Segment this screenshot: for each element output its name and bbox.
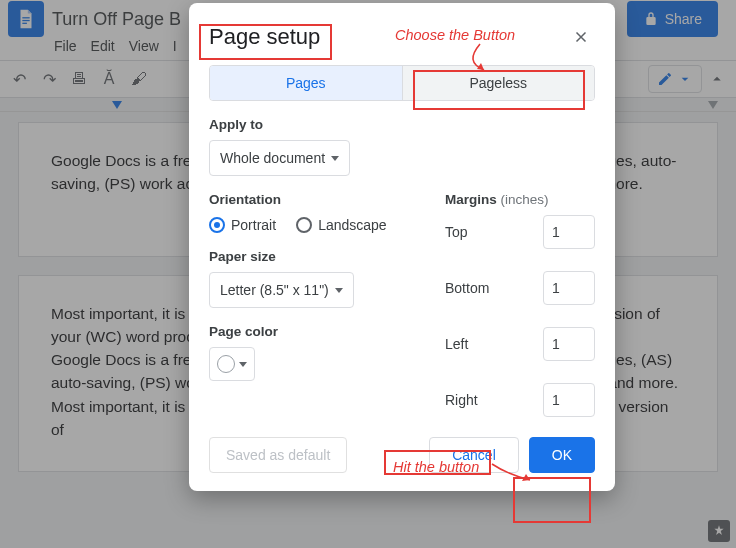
margins-label: Margins (inches) [445,192,595,207]
tab-pageless[interactable]: Pageless [402,66,595,100]
margin-top-label: Top [445,224,468,240]
ok-button[interactable]: OK [529,437,595,473]
apply-to-dropdown[interactable]: Whole document [209,140,350,176]
page-color-label: Page color [209,324,417,339]
margin-top-input[interactable] [543,215,595,249]
margin-right-input[interactable] [543,383,595,417]
caret-down-icon [335,288,343,293]
radio-portrait[interactable]: Portrait [209,217,276,233]
saved-as-default-button: Saved as default [209,437,347,473]
caret-down-icon [331,156,339,161]
tab-pages[interactable]: Pages [210,66,402,100]
margin-bottom-label: Bottom [445,280,489,296]
caret-down-icon [239,362,247,367]
tab-bar: Pages Pageless [209,65,595,101]
page-setup-dialog: Page setup Pages Pageless Apply to Whole… [189,3,615,491]
radio-landscape-label: Landscape [318,217,387,233]
orientation-label: Orientation [209,192,417,207]
radio-landscape[interactable]: Landscape [296,217,387,233]
margin-left-input[interactable] [543,327,595,361]
paper-size-value: Letter (8.5" x 11") [220,282,329,298]
apply-to-value: Whole document [220,150,325,166]
radio-portrait-label: Portrait [231,217,276,233]
paper-size-label: Paper size [209,249,417,264]
apply-to-label: Apply to [209,117,595,132]
margin-bottom-input[interactable] [543,271,595,305]
radio-selected-icon [209,217,225,233]
margin-left-label: Left [445,336,468,352]
page-color-swatch[interactable] [209,347,255,381]
radio-unselected-icon [296,217,312,233]
close-icon [572,28,590,46]
dialog-title: Page setup [209,24,320,50]
cancel-button[interactable]: Cancel [429,437,519,473]
dialog-close-button[interactable] [567,23,595,51]
margin-right-label: Right [445,392,478,408]
color-circle-icon [217,355,235,373]
paper-size-dropdown[interactable]: Letter (8.5" x 11") [209,272,354,308]
